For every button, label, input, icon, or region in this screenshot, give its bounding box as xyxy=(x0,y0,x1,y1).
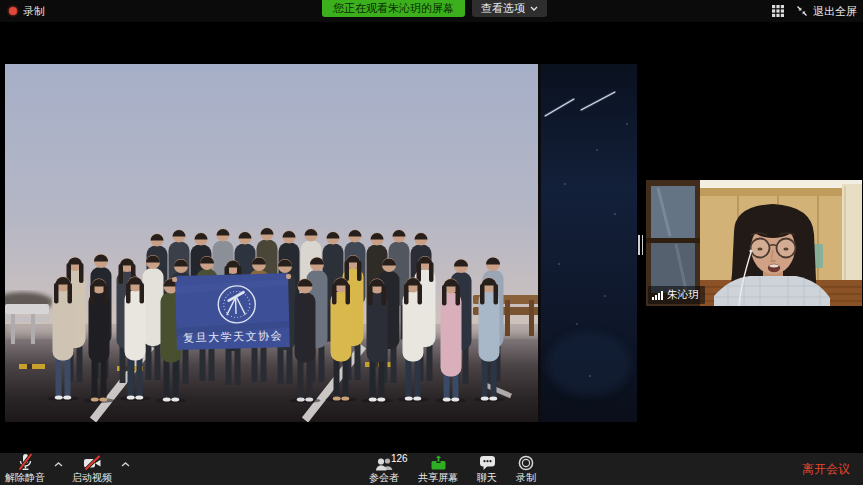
recording-indicator: 录制 xyxy=(9,0,45,22)
recording-dot-icon xyxy=(9,7,17,15)
top-bar: 录制 您正在观看朱沁玥的屏幕 查看选项 xyxy=(0,0,863,22)
participant-name-tag: 朱沁玥 xyxy=(648,286,705,304)
microphone-muted-icon xyxy=(17,453,34,471)
video-options-caret[interactable] xyxy=(115,453,136,485)
grid-view-icon xyxy=(772,5,784,17)
record-button[interactable]: 录制 xyxy=(513,453,539,485)
camera-off-icon xyxy=(83,455,102,471)
shared-photo: 复旦大学天文协会 xyxy=(5,64,637,422)
view-options-button[interactable]: 查看选项 xyxy=(472,0,547,17)
gallery-view-button[interactable] xyxy=(772,5,784,17)
chat-icon xyxy=(479,455,496,471)
start-video-button[interactable]: 启动视频 xyxy=(69,453,115,485)
chevron-down-icon xyxy=(530,6,538,11)
share-screen-button[interactable]: 共享屏幕 xyxy=(415,453,461,485)
record-icon xyxy=(518,455,534,471)
viewing-screen-banner: 您正在观看朱沁玥的屏幕 xyxy=(322,0,465,17)
chat-button[interactable]: 聊天 xyxy=(474,453,500,485)
exit-fullscreen-icon xyxy=(796,5,808,17)
mic-options-caret[interactable] xyxy=(48,453,69,485)
panel-resize-handle[interactable] xyxy=(638,235,645,255)
exit-fullscreen-button[interactable]: 退出全屏 xyxy=(796,4,857,19)
participants-count: 126 xyxy=(391,454,408,464)
participant-video-tile[interactable]: 朱沁玥 xyxy=(646,180,862,306)
meeting-window: 录制 您正在观看朱沁玥的屏幕 查看选项 xyxy=(0,0,863,485)
recording-label: 录制 xyxy=(23,4,45,19)
participants-button[interactable]: 126 参会者 xyxy=(366,453,402,485)
bottom-toolbar: 解除静音 启动视频 126 xyxy=(0,453,863,485)
audio-signal-icon xyxy=(652,290,663,300)
shared-screen: 复旦大学天文协会 xyxy=(5,64,637,422)
astronomy-flag: 复旦大学天文协会 xyxy=(172,273,293,350)
unmute-button[interactable]: 解除静音 xyxy=(2,453,48,485)
leave-meeting-button[interactable]: 离开会议 xyxy=(796,460,856,479)
participant-name: 朱沁玥 xyxy=(667,288,699,302)
share-screen-icon xyxy=(430,454,447,471)
night-sky-panel xyxy=(541,64,637,422)
